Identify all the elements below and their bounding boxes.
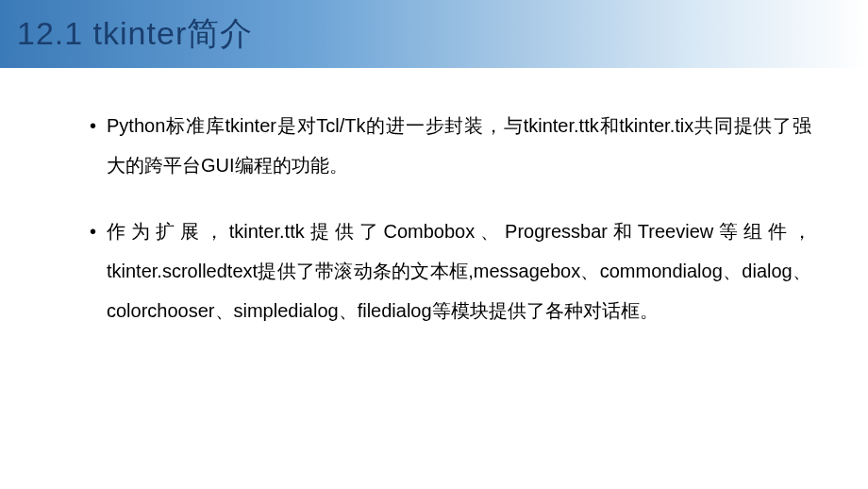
slide-content: Python标准库tkinter是对Tcl/Tk的进一步封装，与tkinter.… bbox=[0, 68, 868, 376]
bullet-text: Python标准库tkinter是对Tcl/Tk的进一步封装，与tkinter.… bbox=[107, 115, 811, 176]
slide-header: 12.1 tkinter简介 bbox=[0, 0, 868, 68]
slide-title: 12.1 tkinter简介 bbox=[17, 12, 253, 56]
bullet-text: 作为扩展，tkinter.ttk提供了Combobox、Progressbar和… bbox=[107, 221, 811, 321]
bullet-point: 作为扩展，tkinter.ttk提供了Combobox、Progressbar和… bbox=[90, 211, 811, 330]
bullet-point: Python标准库tkinter是对Tcl/Tk的进一步封装，与tkinter.… bbox=[90, 106, 811, 185]
